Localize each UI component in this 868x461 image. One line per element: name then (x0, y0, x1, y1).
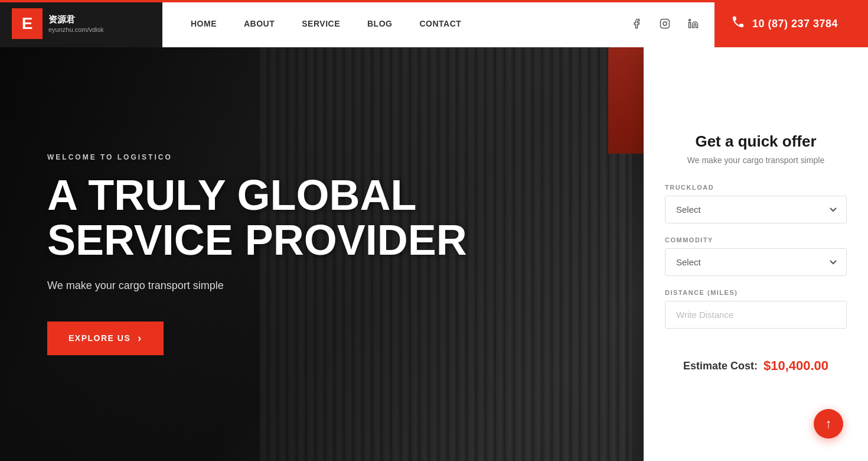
estimate-value: $10,400.00 (763, 358, 828, 374)
svg-rect-0 (661, 20, 670, 28)
nav-about[interactable]: ABOUT (233, 13, 285, 34)
svg-point-2 (667, 21, 668, 22)
estimate-label: Estimate Cost: (683, 360, 758, 372)
svg-rect-3 (689, 22, 691, 28)
svg-point-1 (663, 22, 667, 25)
truckload-label: TRUCKLOAD (665, 184, 847, 191)
scroll-to-top-button[interactable]: ↑ (814, 409, 843, 439)
explore-button[interactable]: EXPLORE US › (47, 322, 164, 355)
nav-home[interactable]: HOME (180, 13, 227, 34)
logo-text: 资源君 eyunzhu.com/vdisk (48, 13, 104, 34)
commodity-label: COMMODITY (665, 236, 847, 244)
hero-title-line1: A TRULY GLOBAL (47, 173, 596, 218)
estimate-row: Estimate Cost: $10,400.00 (665, 358, 847, 374)
linkedin-icon[interactable] (684, 14, 703, 33)
nav-blog[interactable]: BLOG (357, 13, 403, 34)
commodity-select[interactable]: Select General Freight Machinery Electro… (665, 248, 847, 276)
top-accent-bar (0, 0, 868, 2)
explore-label: EXPLORE US (68, 333, 130, 343)
distance-label: DISTANCE (MILES) (665, 289, 847, 296)
nav-service[interactable]: SERVICE (291, 13, 351, 34)
nav-contact[interactable]: CONTACT (409, 13, 472, 34)
hero-subtitle: We make your cargo transport simple (47, 280, 596, 292)
quick-offer-panel: Get a quick offer We make your cargo tra… (644, 47, 868, 461)
truckload-group: TRUCKLOAD Select Full Truckload Less Tha… (665, 184, 847, 223)
arrow-right-icon: › (138, 332, 142, 345)
header: E 资源君 eyunzhu.com/vdisk HOME ABOUT SERVI… (0, 0, 868, 47)
distance-input[interactable] (665, 301, 847, 329)
phone-icon (731, 15, 745, 33)
logo-name: 资源君 (48, 13, 104, 25)
logo-url: eyunzhu.com/vdisk (48, 25, 104, 34)
hero-welcome: WELCOME TO LOGISTICO (47, 153, 596, 161)
phone-bar[interactable]: 10 (87) 237 3784 (714, 0, 868, 47)
hero-text-area: WELCOME TO LOGISTICO A TRULY GLOBAL SERV… (0, 118, 644, 390)
hero-title-line2: SERVICE PROVIDER (47, 218, 596, 263)
hero-title: A TRULY GLOBAL SERVICE PROVIDER (47, 173, 596, 262)
svg-point-4 (689, 20, 691, 21)
distance-group: DISTANCE (MILES) (665, 289, 847, 329)
quick-offer-title: Get a quick offer (665, 132, 847, 151)
hero-content: WELCOME TO LOGISTICO A TRULY GLOBAL SERV… (0, 47, 868, 461)
logo-area: E 资源君 eyunzhu.com/vdisk (0, 0, 162, 47)
quick-offer-subtitle: We make your cargo transport simple (665, 155, 847, 165)
main-nav: HOME ABOUT SERVICE BLOG CONTACT (162, 0, 615, 47)
commodity-group: COMMODITY Select General Freight Machine… (665, 236, 847, 276)
instagram-icon[interactable] (655, 14, 674, 33)
arrow-up-icon: ↑ (825, 416, 832, 431)
social-icons (615, 0, 714, 47)
logo-icon: E (12, 8, 43, 39)
facebook-icon[interactable] (627, 14, 646, 33)
truckload-select[interactable]: Select Full Truckload Less Than Truckloa… (665, 196, 847, 223)
phone-number: 10 (87) 237 3784 (752, 18, 838, 30)
